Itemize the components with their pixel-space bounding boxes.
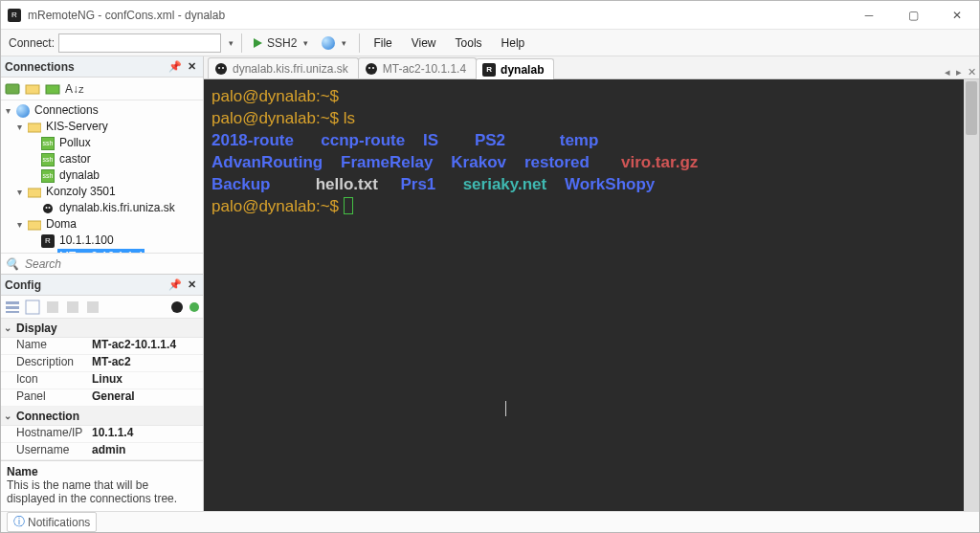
expand-icon[interactable] bbox=[45, 81, 60, 97]
svg-point-22 bbox=[215, 63, 227, 75]
tree-search[interactable]: 🔍 bbox=[1, 253, 203, 274]
prop-row: Hostname/IP10.1.1.4 bbox=[1, 426, 203, 443]
mremote-icon: R bbox=[482, 63, 496, 77]
prop-row: DescriptionMT-ac2 bbox=[1, 355, 203, 372]
info-icon: ⓘ bbox=[13, 514, 25, 530]
tree-folder-konzoly[interactable]: ▾ Konzoly 3501 bbox=[3, 184, 203, 200]
tree-item[interactable]: dynalab.kis.fri.uniza.sk bbox=[3, 200, 203, 216]
config-header: Config 📌 ✕ bbox=[1, 275, 203, 296]
linux-icon bbox=[365, 62, 378, 76]
connections-tree[interactable]: ▾ Connections ▾ KIS-Servery sshPollux ss… bbox=[1, 100, 203, 253]
session-tab[interactable]: dynalab.kis.fri.uniza.sk bbox=[208, 57, 359, 78]
prop-icon3[interactable] bbox=[85, 300, 100, 315]
tree-item[interactable]: sshcastor bbox=[3, 151, 203, 167]
notifications-button[interactable]: ⓘ Notifications bbox=[7, 512, 97, 532]
menu-view[interactable]: View bbox=[402, 36, 446, 50]
menu-file[interactable]: File bbox=[364, 36, 401, 50]
svg-rect-9 bbox=[28, 221, 41, 230]
svg-rect-1 bbox=[6, 84, 19, 94]
svg-point-7 bbox=[46, 207, 48, 209]
app-window: R mRemoteNG - confCons.xml - dynalab ─ ▢… bbox=[0, 0, 980, 533]
titlebar: R mRemoteNG - confCons.xml - dynalab ─ ▢… bbox=[1, 1, 979, 30]
svg-point-25 bbox=[366, 63, 377, 75]
svg-point-8 bbox=[49, 207, 51, 209]
svg-rect-19 bbox=[67, 301, 78, 313]
connections-header: Connections 📌 ✕ bbox=[1, 56, 203, 78]
quick-connect-input[interactable] bbox=[58, 33, 221, 53]
group-connection[interactable]: ⌄Connection bbox=[1, 407, 203, 426]
pin-icon[interactable]: 📌 bbox=[166, 278, 185, 291]
terminal-scrollbar[interactable] bbox=[964, 79, 979, 511]
alphabetical-icon[interactable] bbox=[25, 300, 40, 315]
new-connection-icon[interactable] bbox=[5, 81, 20, 97]
globe-button[interactable]: ▾ bbox=[317, 33, 355, 54]
prop-row: PanelGeneral bbox=[1, 389, 203, 407]
svg-rect-4 bbox=[28, 123, 41, 132]
tree-folder-kis[interactable]: ▾ KIS-Servery bbox=[3, 119, 203, 135]
quick-connect-dropdown[interactable]: ▾ bbox=[225, 38, 237, 48]
prop-row: NameMT-ac2-10.1.1.4 bbox=[1, 338, 203, 355]
svg-rect-14 bbox=[6, 301, 19, 304]
close-button[interactable]: ✕ bbox=[935, 1, 979, 30]
svg-rect-20 bbox=[87, 301, 99, 313]
session-tab-active[interactable]: R dynalab bbox=[476, 58, 554, 79]
tab-next-icon[interactable]: ▸ bbox=[953, 66, 965, 78]
svg-rect-3 bbox=[46, 85, 59, 94]
svg-rect-16 bbox=[6, 311, 19, 313]
status-dot-icon bbox=[189, 302, 199, 312]
text-caret-icon bbox=[505, 401, 506, 416]
group-display[interactable]: ⌄Display bbox=[1, 319, 203, 338]
svg-point-23 bbox=[218, 67, 220, 69]
property-grid[interactable]: ⌄Display NameMT-ac2-10.1.1.4 Description… bbox=[1, 319, 203, 460]
app-icon: R bbox=[7, 8, 22, 23]
tree-item[interactable]: sshPollux bbox=[3, 135, 203, 151]
config-panel: Config 📌 ✕ ⌄Display NameMT-ac2-10. bbox=[1, 274, 203, 511]
svg-rect-5 bbox=[28, 189, 41, 197]
maximize-button[interactable]: ▢ bbox=[891, 1, 935, 30]
prop-row: Usernameadmin bbox=[1, 443, 203, 460]
close-panel-icon[interactable]: ✕ bbox=[185, 278, 199, 291]
svg-point-21 bbox=[171, 301, 183, 313]
tab-prev-icon[interactable]: ◂ bbox=[942, 66, 953, 78]
window-title: mRemoteNG - confCons.xml - dynalab bbox=[28, 9, 847, 22]
property-help: Name This is the name that will be displ… bbox=[1, 460, 203, 511]
tree-root[interactable]: ▾ Connections bbox=[3, 102, 203, 119]
pin-icon[interactable]: 📌 bbox=[166, 60, 185, 73]
svg-rect-2 bbox=[26, 85, 39, 94]
tree-item[interactable]: R10.1.1.100 bbox=[3, 233, 203, 249]
tree-folder-doma[interactable]: ▾ Doma bbox=[3, 216, 203, 233]
tree-item[interactable]: sshdynalab bbox=[3, 167, 203, 184]
svg-rect-17 bbox=[26, 300, 39, 314]
tab-close-icon[interactable]: ✕ bbox=[965, 66, 979, 78]
config-toolbar bbox=[1, 296, 203, 319]
main-toolbar: Connect: ▾ SSH2 ▾ ▾ File View Tools Help bbox=[1, 30, 979, 56]
svg-point-26 bbox=[368, 67, 370, 69]
prop-icon[interactable] bbox=[45, 300, 60, 315]
sort-az-icon[interactable]: A↓Z bbox=[65, 82, 84, 96]
prop-icon2[interactable] bbox=[65, 300, 80, 315]
linux-icon[interactable] bbox=[169, 300, 185, 315]
minimize-button[interactable]: ─ bbox=[847, 1, 891, 30]
play-icon bbox=[251, 36, 264, 50]
prop-row: IconLinux bbox=[1, 372, 203, 389]
search-input[interactable] bbox=[23, 256, 199, 272]
menu-help[interactable]: Help bbox=[492, 36, 535, 50]
connections-toolbar: A↓Z bbox=[1, 78, 203, 100]
svg-point-6 bbox=[43, 204, 53, 213]
close-panel-icon[interactable]: ✕ bbox=[185, 60, 199, 73]
menu-tools[interactable]: Tools bbox=[446, 36, 492, 50]
svg-rect-18 bbox=[47, 301, 58, 313]
session-tab[interactable]: MT-ac2-10.1.1.4 bbox=[358, 57, 477, 78]
session-tabstrip: dynalab.kis.fri.uniza.sk MT-ac2-10.1.1.4… bbox=[204, 56, 979, 79]
svg-marker-0 bbox=[254, 38, 262, 48]
linux-icon bbox=[214, 62, 228, 76]
globe-icon bbox=[322, 36, 335, 50]
statusbar: ⓘ Notifications bbox=[1, 511, 979, 532]
svg-rect-15 bbox=[6, 306, 19, 309]
categorized-icon[interactable] bbox=[5, 300, 20, 315]
protocol-selector[interactable]: SSH2 ▾ bbox=[246, 33, 317, 54]
search-icon: 🔍 bbox=[5, 257, 19, 271]
terminal-view[interactable]: palo@dynalab:~$palo@dynalab:~$ ls2018-ro… bbox=[204, 79, 979, 511]
new-folder-icon[interactable] bbox=[25, 81, 40, 97]
svg-point-24 bbox=[222, 67, 224, 69]
